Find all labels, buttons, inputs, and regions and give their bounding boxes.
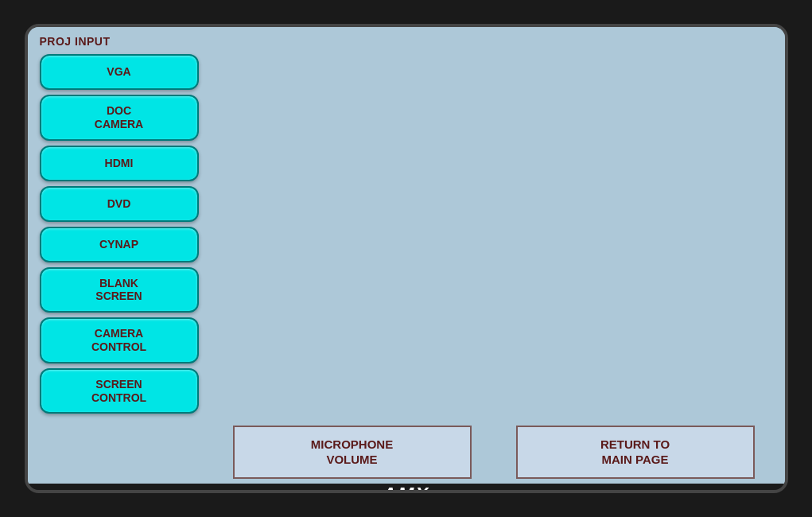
cynap-button[interactable]: CYNAP <box>40 227 199 262</box>
dvd-button[interactable]: DVD <box>40 186 199 222</box>
return-to-main-button[interactable]: RETURN TOMAIN PAGE <box>516 426 755 479</box>
camera-control-button[interactable]: CAMERACONTROL <box>40 317 199 363</box>
main-content: PROJ INPUT VGA DOCCAMERA HDMI DVD CYNAP … <box>28 27 785 420</box>
bottom-bar: MICROPHONEVOLUME RETURN TOMAIN PAGE <box>28 420 785 484</box>
screen-area: PROJ INPUT VGA DOCCAMERA HDMI DVD CYNAP … <box>28 27 785 484</box>
left-panel: PROJ INPUT VGA DOCCAMERA HDMI DVD CYNAP … <box>28 27 211 420</box>
proj-input-label: PROJ INPUT <box>40 33 199 49</box>
amx-logo: AMX <box>383 484 429 493</box>
amx-bar: AMX <box>28 484 785 493</box>
amx-logo-text: AMX <box>383 484 429 493</box>
blank-screen-button[interactable]: BLANKSCREEN <box>40 267 199 313</box>
right-panel <box>211 27 785 420</box>
microphone-volume-button[interactable]: MICROPHONEVOLUME <box>233 426 472 479</box>
device-frame: PROJ INPUT VGA DOCCAMERA HDMI DVD CYNAP … <box>25 24 788 493</box>
doc-camera-button[interactable]: DOCCAMERA <box>40 95 199 141</box>
vga-button[interactable]: VGA <box>40 54 199 90</box>
screen-control-button[interactable]: SCREENCONTROL <box>40 368 199 414</box>
hdmi-button[interactable]: HDMI <box>40 146 199 181</box>
